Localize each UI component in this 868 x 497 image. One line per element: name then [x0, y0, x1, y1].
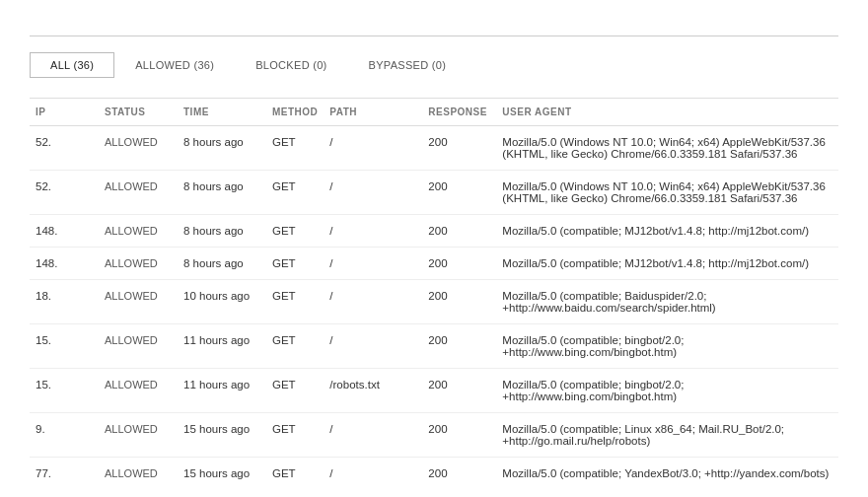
cell-response: 200	[422, 413, 496, 458]
cell-ip: 148.	[30, 215, 99, 248]
tab-allowed[interactable]: ALLOWED (36)	[114, 52, 235, 78]
firewall-logs-table: IPSTATUSTIMEMETHODPATHRESPONSEUSER AGENT…	[30, 98, 838, 489]
tab-bypassed[interactable]: BYPASSED (0)	[348, 52, 468, 78]
table-row: 18.ALLOWED10 hours agoGET/200Mozilla/5.0…	[30, 280, 838, 324]
cell-path: /robots.txt	[324, 369, 422, 413]
table-row: 148.ALLOWED8 hours agoGET/200Mozilla/5.0…	[30, 215, 838, 248]
cell-method: GET	[266, 280, 324, 324]
cell-response: 200	[422, 280, 496, 324]
cell-useragent: Mozilla/5.0 (compatible; MJ12bot/v1.4.8;…	[496, 248, 838, 280]
table-row: 15.ALLOWED11 hours agoGET/robots.txt200M…	[30, 369, 838, 413]
cell-ip: 148.	[30, 248, 99, 280]
cell-method: GET	[266, 126, 324, 171]
cell-useragent: Mozilla/5.0 (Windows NT 10.0; Win64; x64…	[496, 126, 838, 171]
cell-time: 15 hours ago	[178, 458, 266, 490]
cell-path: /	[324, 458, 422, 490]
cell-response: 200	[422, 171, 496, 215]
cell-method: GET	[266, 458, 324, 490]
cell-response: 200	[422, 248, 496, 280]
cell-path: /	[324, 413, 422, 458]
cell-response: 200	[422, 126, 496, 171]
cell-useragent: Mozilla/5.0 (compatible; bingbot/2.0; +h…	[496, 369, 838, 413]
cell-response: 200	[422, 324, 496, 369]
cell-status: ALLOWED	[99, 369, 178, 413]
cell-status: ALLOWED	[99, 248, 178, 280]
cell-path: /	[324, 248, 422, 280]
table-header: IPSTATUSTIMEMETHODPATHRESPONSEUSER AGENT	[30, 99, 838, 126]
cell-useragent: Mozilla/5.0 (compatible; MJ12bot/v1.4.8;…	[496, 215, 838, 248]
cell-useragent: Mozilla/5.0 (compatible; Linux x86_64; M…	[496, 413, 838, 458]
cell-status: ALLOWED	[99, 458, 178, 490]
cell-time: 11 hours ago	[178, 324, 266, 369]
tab-blocked[interactable]: BLOCKED (0)	[235, 52, 347, 78]
cell-method: GET	[266, 324, 324, 369]
col-header-user-agent: USER AGENT	[496, 99, 838, 126]
cell-method: GET	[266, 248, 324, 280]
cell-method: GET	[266, 215, 324, 248]
cell-response: 200	[422, 369, 496, 413]
divider	[30, 36, 838, 36]
cell-useragent: Mozilla/5.0 (compatible; YandexBot/3.0; …	[496, 458, 838, 490]
cell-time: 8 hours ago	[178, 126, 266, 171]
cell-method: GET	[266, 171, 324, 215]
cell-path: /	[324, 215, 422, 248]
col-header-method: METHOD	[266, 99, 324, 126]
cell-status: ALLOWED	[99, 413, 178, 458]
cell-method: GET	[266, 413, 324, 458]
cell-time: 8 hours ago	[178, 215, 266, 248]
cell-ip: 52.	[30, 126, 99, 171]
table-row: 52.ALLOWED8 hours agoGET/200Mozilla/5.0 …	[30, 171, 838, 215]
table-body: 52.ALLOWED8 hours agoGET/200Mozilla/5.0 …	[30, 126, 838, 490]
cell-status: ALLOWED	[99, 126, 178, 171]
cell-ip: 9.	[30, 413, 99, 458]
col-header-time: TIME	[178, 99, 266, 126]
cell-ip: 77.	[30, 458, 99, 490]
cell-useragent: Mozilla/5.0 (Windows NT 10.0; Win64; x64…	[496, 171, 838, 215]
cell-time: 11 hours ago	[178, 369, 266, 413]
cell-time: 15 hours ago	[178, 413, 266, 458]
cell-ip: 52.	[30, 171, 99, 215]
table-row: 77.ALLOWED15 hours agoGET/200Mozilla/5.0…	[30, 458, 838, 490]
cell-path: /	[324, 280, 422, 324]
col-header-response: RESPONSE	[422, 99, 496, 126]
table-row: 15.ALLOWED11 hours agoGET/200Mozilla/5.0…	[30, 324, 838, 369]
col-header-ip: IP	[30, 99, 99, 126]
page-container: ALL (36)ALLOWED (36)BLOCKED (0)BYPASSED …	[0, 0, 868, 497]
tab-all[interactable]: ALL (36)	[30, 52, 114, 78]
cell-time: 8 hours ago	[178, 248, 266, 280]
col-header-path: PATH	[324, 99, 422, 126]
cell-path: /	[324, 126, 422, 171]
header-row: IPSTATUSTIMEMETHODPATHRESPONSEUSER AGENT	[30, 99, 838, 126]
cell-useragent: Mozilla/5.0 (compatible; Baiduspider/2.0…	[496, 280, 838, 324]
tabs-container: ALL (36)ALLOWED (36)BLOCKED (0)BYPASSED …	[30, 52, 838, 78]
cell-status: ALLOWED	[99, 324, 178, 369]
col-header-status: STATUS	[99, 99, 178, 126]
cell-response: 200	[422, 215, 496, 248]
cell-ip: 15.	[30, 369, 99, 413]
table-row: 9.ALLOWED15 hours agoGET/200Mozilla/5.0 …	[30, 413, 838, 458]
cell-status: ALLOWED	[99, 215, 178, 248]
cell-useragent: Mozilla/5.0 (compatible; bingbot/2.0; +h…	[496, 324, 838, 369]
cell-status: ALLOWED	[99, 280, 178, 324]
cell-response: 200	[422, 458, 496, 490]
cell-path: /	[324, 171, 422, 215]
table-row: 52.ALLOWED8 hours agoGET/200Mozilla/5.0 …	[30, 126, 838, 171]
cell-ip: 15.	[30, 324, 99, 369]
cell-status: ALLOWED	[99, 171, 178, 215]
cell-ip: 18.	[30, 280, 99, 324]
cell-time: 8 hours ago	[178, 171, 266, 215]
cell-path: /	[324, 324, 422, 369]
table-row: 148.ALLOWED8 hours agoGET/200Mozilla/5.0…	[30, 248, 838, 280]
cell-method: GET	[266, 369, 324, 413]
cell-time: 10 hours ago	[178, 280, 266, 324]
